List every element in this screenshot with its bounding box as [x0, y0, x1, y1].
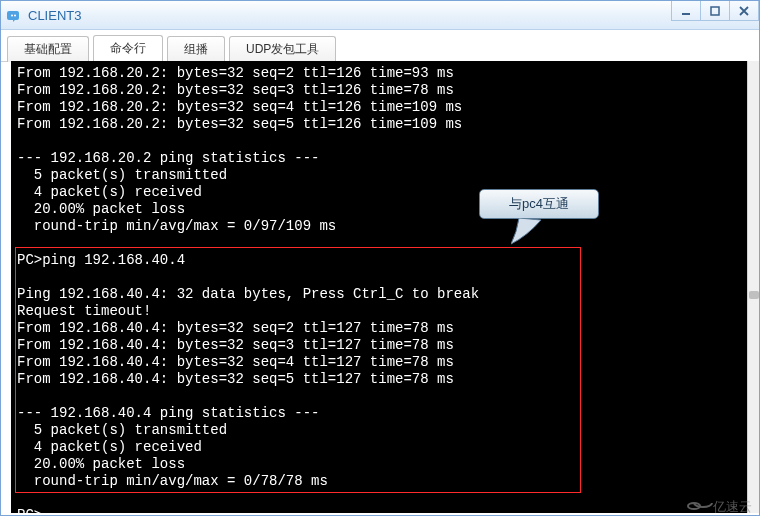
tab-udp-tool[interactable]: UDP发包工具: [229, 36, 336, 62]
tabbar: 基础配置 命令行 组播 UDP发包工具: [1, 30, 759, 62]
svg-rect-3: [711, 7, 719, 15]
svg-point-0: [11, 15, 13, 17]
callout-bubble: 与pc4互通: [479, 189, 599, 219]
scrollbar-thumb[interactable]: [749, 291, 759, 299]
close-button[interactable]: [729, 1, 759, 21]
title-left: CLIENT3: [1, 7, 81, 23]
app-window: CLIENT3 基础配置 命令行 组播 UDP发包工具 From 192.168…: [0, 0, 760, 516]
minimize-button[interactable]: [671, 1, 701, 21]
window-controls: [672, 1, 759, 21]
window-title: CLIENT3: [28, 8, 81, 23]
terminal-output[interactable]: From 192.168.20.2: bytes=32 seq=2 ttl=12…: [11, 61, 749, 513]
watermark: 亿速云: [684, 488, 754, 520]
callout-text: 与pc4互通: [509, 195, 569, 213]
watermark-label: 亿速云: [713, 498, 752, 516]
close-icon: [739, 6, 749, 16]
svg-point-1: [14, 15, 16, 17]
titlebar: CLIENT3: [1, 1, 759, 30]
maximize-button[interactable]: [700, 1, 730, 21]
tab-command-line[interactable]: 命令行: [93, 35, 163, 62]
svg-rect-2: [682, 13, 690, 15]
minimize-icon: [681, 6, 691, 16]
tab-multicast[interactable]: 组播: [167, 36, 225, 62]
app-icon: [7, 7, 23, 23]
tab-basic-config[interactable]: 基础配置: [7, 36, 89, 62]
maximize-icon: [710, 6, 720, 16]
vertical-scrollbar[interactable]: [747, 61, 759, 513]
